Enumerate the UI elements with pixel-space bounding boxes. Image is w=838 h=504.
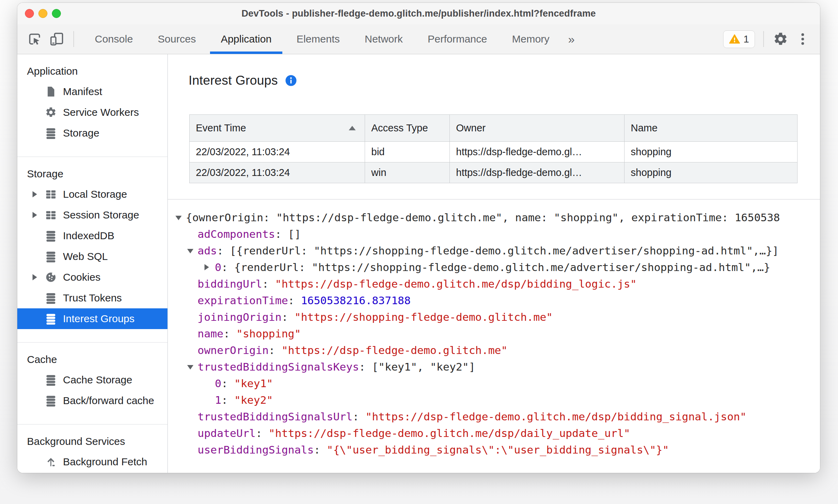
table-header-row: Event TimeAccess TypeOwnerName [190,115,798,142]
traffic-lights [25,3,61,24]
sidebar-item-indexeddb[interactable]: IndexedDB [17,225,167,246]
tab-console[interactable]: Console [82,24,145,54]
fetch-icon [45,456,57,468]
tree-key: trustedBiddingSignalsKeys [198,361,359,373]
tree-key-separator: : [275,228,288,240]
sidebar-section-title: Application [17,61,167,81]
tree-row-expirationtime[interactable]: expirationTime: 1650538216.837188 [168,292,820,309]
devtools-content: ApplicationManifestService WorkersStorag… [17,54,820,473]
tree-value: ["key1", "key2"] [372,361,475,373]
tab-sources[interactable]: Sources [145,24,208,54]
minimize-window-button[interactable] [38,9,47,18]
cell-event-time: 22/03/2022, 11:03:24 [190,142,365,162]
close-window-button[interactable] [25,9,34,18]
column-header-owner[interactable]: Owner [450,115,625,142]
tree-row-ads[interactable]: ads: [{renderUrl: "https://shopping-fled… [168,242,820,259]
tree-key-separator: : [224,327,236,340]
triangle-down-icon[interactable] [187,248,198,253]
tree-key: userBiddingSignals [198,444,314,456]
tree-key-separator: : [262,278,275,290]
tree-key: ownerOrigin [198,344,268,356]
sidebar-item-storage[interactable]: Storage [17,123,167,143]
sidebar-item-trust-tokens[interactable]: Trust Tokens [17,288,167,308]
tree-key: updateUrl [198,427,256,439]
more-tabs-icon[interactable]: » [562,32,581,46]
tree-row-trustedbiddingsignalsurl[interactable]: trustedBiddingSignalsUrl: "https://dsp-f… [168,408,820,425]
sidebar-item-background-fetch[interactable]: Background Fetch [17,451,167,472]
triangle-down-icon[interactable] [187,364,198,370]
sidebar-item-label: Manifest [63,86,167,97]
triangle-right-icon[interactable] [204,264,215,270]
cell-access-type: bid [365,142,450,162]
sidebar-item-local-storage[interactable]: Local Storage [17,184,167,205]
device-toolbar-icon[interactable] [48,31,65,47]
tree-row-ownerorigin[interactable]: ownerOrigin: "https://dsp-fledge-demo.gl… [168,342,820,358]
tree-value: {ownerOrigin: "https://dsp-fledge-demo.g… [186,211,780,224]
tree-row-joiningorigin[interactable]: joiningOrigin: "https://shopping-fledge-… [168,309,820,325]
expander-icon[interactable] [33,212,45,218]
more-options-icon[interactable] [794,31,811,47]
tree-row-updateurl[interactable]: updateUrl: "https://dsp-fledge-demo.glit… [168,425,820,441]
tree-key: ads [198,244,217,257]
sidebar-item-manifest[interactable]: Manifest [17,81,167,102]
column-header-name[interactable]: Name [625,115,798,142]
tree-key-separator: : [282,311,294,323]
tab-application[interactable]: Application [208,24,284,54]
sidebar-item-cache-storage[interactable]: Cache Storage [17,370,167,390]
tree-key-separator: : [221,394,234,406]
sidebar-item-interest-groups[interactable]: Interest Groups [17,308,167,329]
info-icon[interactable] [285,74,297,87]
settings-gear-icon[interactable] [772,31,789,47]
tree-key-separator: : [221,377,234,390]
inspect-element-icon[interactable] [26,31,43,47]
sidebar-item-session-storage[interactable]: Session Storage [17,205,167,225]
expander-icon[interactable] [33,191,45,197]
devtools-toolbar: ConsoleSourcesApplicationElementsNetwork… [17,24,820,54]
column-header-label: Event Time [196,122,246,134]
sidebar-item-back-forward-cache[interactable]: Back/forward cache [17,390,167,411]
tree-key-separator: : [268,344,281,356]
tree-key-separator: : [359,361,372,373]
interest-group-events-table: Event TimeAccess TypeOwnerName22/03/2022… [189,114,798,183]
tree-row-0[interactable]: 0: {renderUrl: "https://shopping-fledge-… [168,259,820,276]
issues-badge[interactable]: 1 [723,30,755,48]
tab-performance[interactable]: Performance [415,24,500,54]
column-header-event-time[interactable]: Event Time [190,115,365,142]
toolbar-right-group: 1 [723,30,811,48]
tree-row-userbiddingsignals[interactable]: userBiddingSignals: "{\"user_bidding_sig… [168,441,820,458]
tree-key: biddingUrl [198,278,262,290]
tab-elements[interactable]: Elements [284,24,352,54]
warning-icon [729,34,740,45]
table-row[interactable]: 22/03/2022, 11:03:24winhttps://dsp-fledg… [190,162,798,183]
tree-key-separator: : [256,427,268,439]
tree-row-name[interactable]: name: "shopping" [168,325,820,342]
tree-key: adComponents [198,228,275,240]
tree-row-adcomponents[interactable]: adComponents: [] [168,226,820,242]
tab-network[interactable]: Network [352,24,415,54]
cookie-icon [45,271,57,283]
tree-row-trustedbiddingsignalskeys[interactable]: trustedBiddingSignalsKeys: ["key1", "key… [168,358,820,375]
sidebar-item-web-sql[interactable]: Web SQL [17,246,167,267]
sidebar-section-title: Storage [17,164,167,184]
table-row[interactable]: 22/03/2022, 11:03:24bidhttps://dsp-fledg… [190,142,798,162]
tree-row-1[interactable]: 1: "key2" [168,392,820,408]
sidebar-item-cookies[interactable]: Cookies [17,267,167,288]
sidebar-item-label: Storage [63,127,167,139]
expander-icon[interactable] [33,274,45,280]
tree-key: 1 [215,394,221,406]
tab-memory[interactable]: Memory [500,24,562,54]
tree-value: "{\"user_bidding_signals\":\"user_biddin… [327,444,669,456]
sort-ascending-icon [349,126,356,130]
tree-row-biddingurl[interactable]: biddingUrl: "https://dsp-fledge-demo.gli… [168,276,820,292]
triangle-down-icon[interactable] [175,215,186,220]
document-icon [45,86,57,97]
sidebar-item-service-workers[interactable]: Service Workers [17,102,167,123]
fullscreen-window-button[interactable] [52,9,61,18]
tree-row-0[interactable]: 0: "key1" [168,375,820,392]
tree-key: joiningOrigin [198,311,282,323]
column-header-access-type[interactable]: Access Type [365,115,450,142]
tree-key-separator: : [314,444,327,456]
tree-row-root[interactable]: {ownerOrigin: "https://dsp-fledge-demo.g… [168,209,820,226]
sidebar-section-cache: CacheCache StorageBack/forward cache [17,343,167,424]
sidebar-item-label: Service Workers [63,106,167,118]
